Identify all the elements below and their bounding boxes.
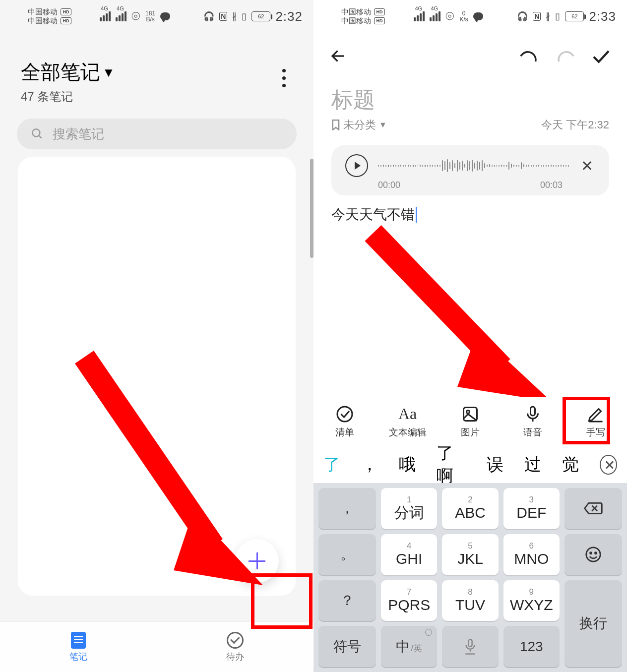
more-menu-button[interactable]	[275, 65, 293, 90]
svg-point-17	[595, 552, 597, 554]
bluetooth-icon: ∦	[546, 11, 550, 22]
wifi-icon: ⦾	[131, 10, 140, 23]
timestamp-label: 今天 下午2:32	[541, 118, 609, 132]
image-icon	[461, 405, 479, 423]
redo-button[interactable]	[556, 49, 574, 65]
candidate-word[interactable]: 过	[524, 453, 541, 476]
headset-icon: 🎧	[517, 11, 528, 22]
battery-icon: 62	[251, 11, 270, 21]
svg-point-7	[337, 407, 352, 422]
search-input[interactable]: 搜索笔记	[17, 119, 297, 149]
key-emoji[interactable]	[564, 534, 622, 575]
svg-point-16	[590, 552, 592, 554]
audio-clip: ✕ 00:00 00:03	[331, 145, 609, 195]
undo-button[interactable]	[520, 49, 539, 65]
key-1[interactable]: 1分词	[381, 488, 437, 529]
key-space-voice[interactable]	[442, 626, 498, 667]
todo-icon	[227, 632, 244, 649]
candidate-word[interactable]: 哦	[399, 453, 416, 476]
play-button[interactable]	[345, 154, 368, 177]
ime-candidate-bar: 了 ， 哦 了啊 误 过 觉	[314, 446, 627, 483]
key-5[interactable]: 5JKL	[442, 534, 498, 575]
key-7[interactable]: 7PQRS	[381, 580, 437, 621]
note-text-input[interactable]: 今天天气不错	[314, 195, 627, 234]
tab-notes[interactable]: 笔记	[0, 622, 157, 672]
key-comma[interactable]: ，	[318, 488, 376, 529]
svg-point-0	[32, 129, 40, 136]
bottom-nav: 笔记 待办	[0, 621, 314, 672]
candidate-collapse-button[interactable]	[600, 455, 617, 475]
candidate-word[interactable]: ，	[361, 453, 378, 476]
message-icon	[473, 12, 483, 20]
key-4[interactable]: 4GHI	[381, 534, 437, 575]
title-input[interactable]: 标题	[314, 74, 627, 118]
chevron-down-icon: ▼	[379, 121, 387, 129]
folder-dropdown[interactable]: 全部笔记▼	[21, 59, 115, 86]
phone-screen-notes-list: 中国移动HD 中国移动HD 4G 4G ⦾ 181B/s 🎧 N ∦ ▯ 62 …	[0, 0, 314, 672]
confirm-button[interactable]	[591, 48, 611, 66]
audio-start-time: 00:00	[378, 180, 400, 190]
annotation-arrow	[353, 218, 562, 407]
action-text-format[interactable]: Aa 文本编辑	[376, 397, 439, 446]
message-icon	[160, 12, 170, 20]
svg-point-15	[586, 548, 600, 561]
microphone-icon	[524, 405, 542, 423]
key-numeric[interactable]: 123	[503, 626, 560, 667]
candidate-word[interactable]: 觉	[562, 453, 579, 476]
clock-label: 2:32	[275, 9, 303, 24]
waveform[interactable]	[378, 157, 569, 175]
svg-line-5	[373, 233, 502, 367]
microphone-icon	[463, 638, 478, 655]
key-backspace[interactable]	[564, 488, 622, 529]
text-caret	[416, 207, 417, 223]
status-bar: 中国移动HD 中国移动HD 4G 4G ⦾ 0K/s 🎧 N ∦ ▯ 62 2:…	[314, 0, 627, 30]
category-dropdown[interactable]: 未分类▼	[331, 118, 387, 132]
key-enter[interactable]: 换行	[564, 580, 622, 668]
svg-rect-18	[468, 639, 472, 647]
nfc-icon: N	[219, 12, 227, 21]
globe-icon	[425, 629, 432, 636]
key-8[interactable]: 8TUV	[442, 580, 498, 621]
key-9[interactable]: 9WXYZ	[503, 580, 560, 621]
action-checklist[interactable]: 清单	[314, 397, 376, 446]
notes-icon	[71, 632, 86, 649]
audio-end-time: 00:03	[540, 180, 563, 190]
candidate-word[interactable]: 误	[487, 453, 503, 476]
backspace-icon	[583, 501, 603, 515]
key-symbol-page[interactable]: 符号	[318, 626, 376, 667]
back-button[interactable]	[329, 47, 347, 67]
note-count-label: 47 条笔记	[21, 89, 115, 105]
vibrate-icon: ▯	[242, 11, 247, 22]
checklist-icon	[336, 405, 354, 423]
ime-keypad: ， 。 ？ ！ 1分词 2ABC 3DEF 4GHI 5JKL 6MNO 7PQ…	[314, 483, 627, 672]
battery-icon: 62	[565, 11, 584, 21]
headset-icon: 🎧	[203, 11, 214, 22]
text-format-icon: Aa	[398, 405, 417, 423]
scrollbar[interactable]	[310, 159, 314, 258]
svg-line-1	[39, 135, 41, 138]
svg-point-9	[467, 410, 470, 413]
svg-marker-6	[457, 332, 552, 402]
chevron-down-icon: ▼	[102, 66, 115, 79]
key-6[interactable]: 6MNO	[503, 534, 560, 575]
key-3[interactable]: 3DEF	[503, 488, 560, 529]
delete-audio-button[interactable]: ✕	[579, 157, 595, 175]
key-2[interactable]: 2ABC	[442, 488, 498, 529]
phone-screen-note-editor: 中国移动HD 中国移动HD 4G 4G ⦾ 0K/s 🎧 N ∦ ▯ 62 2:…	[314, 0, 627, 672]
search-icon	[31, 127, 44, 140]
nfc-icon: N	[533, 12, 541, 21]
key-language-toggle[interactable]: 中/英	[381, 626, 437, 667]
clock-label: 2:33	[589, 9, 616, 24]
action-voice[interactable]: 语音	[502, 397, 564, 446]
key-question[interactable]: ？	[318, 580, 376, 621]
note-list-area[interactable]	[18, 157, 296, 596]
tab-todo[interactable]: 待办	[157, 622, 314, 672]
action-image[interactable]: 图片	[439, 397, 502, 446]
candidate-word[interactable]: 了	[323, 453, 340, 476]
emoji-icon	[585, 546, 602, 563]
key-period[interactable]: 。	[318, 534, 376, 575]
wifi-icon: ⦾	[445, 10, 454, 23]
status-bar: 中国移动HD 中国移动HD 4G 4G ⦾ 181B/s 🎧 N ∦ ▯ 62 …	[0, 0, 314, 30]
candidate-word[interactable]: 了啊	[437, 442, 466, 488]
bluetooth-icon: ∦	[232, 11, 237, 22]
